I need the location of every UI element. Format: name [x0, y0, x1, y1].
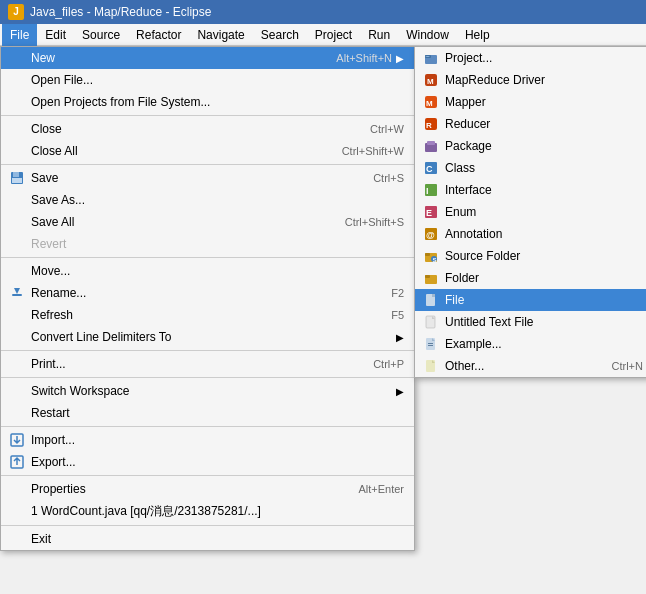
- untitled-icon: [423, 314, 439, 330]
- menu-run[interactable]: Run: [360, 24, 398, 46]
- menu-edit[interactable]: Edit: [37, 24, 74, 46]
- menu-source[interactable]: Source: [74, 24, 128, 46]
- menu-item-exit[interactable]: Exit: [1, 528, 414, 550]
- mapreduce-icon: M: [423, 72, 439, 88]
- separator-6: [1, 426, 414, 427]
- enum-icon: E: [423, 204, 439, 220]
- menu-item-export[interactable]: Export...: [1, 451, 414, 473]
- example-icon: [423, 336, 439, 352]
- menu-item-close-all[interactable]: Close All Ctrl+Shift+W: [1, 140, 414, 162]
- menu-navigate[interactable]: Navigate: [189, 24, 252, 46]
- menu-item-close[interactable]: Close Ctrl+W: [1, 118, 414, 140]
- submenu-item-source-folder[interactable]: S Source Folder: [415, 245, 646, 267]
- svg-text:C: C: [426, 164, 433, 174]
- menu-window[interactable]: Window: [398, 24, 457, 46]
- separator-8: [1, 525, 414, 526]
- svg-rect-29: [425, 275, 430, 278]
- export-icon: [9, 454, 25, 470]
- svg-text:@: @: [426, 230, 435, 240]
- folder-icon: [423, 270, 439, 286]
- submenu-item-enum[interactable]: E Enum: [415, 201, 646, 223]
- file-menu-dropdown: New Alt+Shift+N ▶ Open File... Open Proj…: [0, 46, 415, 551]
- mapper-icon: M: [423, 94, 439, 110]
- menu-item-import[interactable]: Import...: [1, 429, 414, 451]
- menu-item-convert[interactable]: Convert Line Delimiters To ▶: [1, 326, 414, 348]
- menu-item-revert[interactable]: Revert: [1, 233, 414, 255]
- other-icon: [423, 358, 439, 374]
- svg-rect-3: [12, 294, 22, 296]
- svg-text:R: R: [426, 121, 432, 130]
- menu-bar: File Edit Source Refactor Navigate Searc…: [0, 24, 646, 46]
- svg-rect-15: [427, 141, 435, 145]
- svg-text:E: E: [426, 208, 432, 218]
- submenu-item-package[interactable]: Package: [415, 135, 646, 157]
- project-icon: [423, 50, 439, 66]
- menu-item-refresh[interactable]: Refresh F5: [1, 304, 414, 326]
- svg-rect-2: [12, 178, 22, 183]
- separator-5: [1, 377, 414, 378]
- import-icon: [9, 432, 25, 448]
- menu-item-recent-file[interactable]: 1 WordCount.java [qq/消息/2313875281/...]: [1, 500, 414, 523]
- reducer-icon: R: [423, 116, 439, 132]
- submenu-item-interface[interactable]: I Interface: [415, 179, 646, 201]
- svg-text:S: S: [433, 257, 437, 263]
- rename-icon: [9, 285, 25, 301]
- new-submenu: Project... M MapReduce Driver M Mapper R…: [414, 46, 646, 378]
- annotation-icon: @: [423, 226, 439, 242]
- separator-7: [1, 475, 414, 476]
- menu-refactor[interactable]: Refactor: [128, 24, 189, 46]
- submenu-item-example[interactable]: Example...: [415, 333, 646, 355]
- convert-arrow: ▶: [396, 332, 404, 343]
- file-icon: [423, 292, 439, 308]
- menu-file[interactable]: File: [2, 24, 37, 46]
- svg-text:M: M: [426, 99, 433, 108]
- menu-search[interactable]: Search: [253, 24, 307, 46]
- menu-item-rename[interactable]: Rename... F2: [1, 282, 414, 304]
- submenu-item-folder[interactable]: Folder: [415, 267, 646, 289]
- menu-item-save-all[interactable]: Save All Ctrl+Shift+S: [1, 211, 414, 233]
- svg-rect-35: [428, 345, 433, 346]
- separator-3: [1, 257, 414, 258]
- interface-icon: I: [423, 182, 439, 198]
- submenu-arrow: ▶: [396, 53, 404, 64]
- menu-item-restart[interactable]: Restart: [1, 402, 414, 424]
- submenu-item-mapreduce-driver[interactable]: M MapReduce Driver: [415, 69, 646, 91]
- svg-rect-31: [432, 294, 435, 297]
- window-title: Java_files - Map/Reduce - Eclipse: [30, 5, 211, 19]
- submenu-item-project[interactable]: Project...: [415, 47, 646, 69]
- menu-item-switch-workspace[interactable]: Switch Workspace ▶: [1, 380, 414, 402]
- menu-project[interactable]: Project: [307, 24, 360, 46]
- menu-item-print[interactable]: Print... Ctrl+P: [1, 353, 414, 375]
- menu-item-properties[interactable]: Properties Alt+Enter: [1, 478, 414, 500]
- submenu-item-file[interactable]: File: [415, 289, 646, 311]
- menu-item-open-file[interactable]: Open File...: [1, 69, 414, 91]
- svg-rect-1: [13, 172, 19, 177]
- app-icon: J: [8, 4, 24, 20]
- class-icon: C: [423, 160, 439, 176]
- menu-item-new[interactable]: New Alt+Shift+N ▶: [1, 47, 414, 69]
- submenu-item-annotation[interactable]: @ Annotation: [415, 223, 646, 245]
- submenu-item-class[interactable]: C Class: [415, 157, 646, 179]
- menu-item-move[interactable]: Move...: [1, 260, 414, 282]
- switch-arrow: ▶: [396, 386, 404, 397]
- submenu-item-untitled-text-file[interactable]: Untitled Text File: [415, 311, 646, 333]
- menu-item-save-as[interactable]: Save As...: [1, 189, 414, 211]
- svg-text:M: M: [427, 77, 434, 86]
- title-bar: J Java_files - Map/Reduce - Eclipse: [0, 0, 646, 24]
- save-icon: [9, 170, 25, 186]
- menu-help[interactable]: Help: [457, 24, 498, 46]
- separator-1: [1, 115, 414, 116]
- svg-rect-34: [428, 343, 433, 344]
- submenu-item-mapper[interactable]: M Mapper: [415, 91, 646, 113]
- package-icon: [423, 138, 439, 154]
- menu-item-open-projects[interactable]: Open Projects from File System...: [1, 91, 414, 113]
- svg-text:I: I: [426, 186, 429, 196]
- menu-item-save[interactable]: Save Ctrl+S: [1, 167, 414, 189]
- submenu-item-other[interactable]: Other... Ctrl+N: [415, 355, 646, 377]
- separator-4: [1, 350, 414, 351]
- submenu-item-reducer[interactable]: R Reducer: [415, 113, 646, 135]
- separator-2: [1, 164, 414, 165]
- svg-rect-25: [425, 253, 430, 256]
- main-area: New Alt+Shift+N ▶ Open File... Open Proj…: [0, 46, 646, 594]
- source-folder-icon: S: [423, 248, 439, 264]
